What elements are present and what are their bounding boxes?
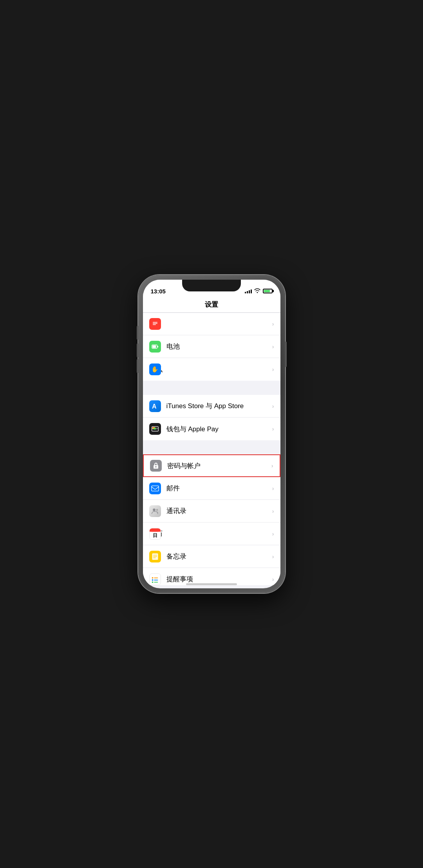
privacy-label: 隐私 — [149, 365, 272, 374]
notes-chevron: › — [272, 553, 274, 560]
list-item-itunes[interactable]: A iTunes Store 与 App Store › — [143, 395, 280, 418]
svg-point-20 — [153, 508, 155, 511]
itunes-label: iTunes Store 与 App Store — [166, 401, 272, 410]
contacts-icon — [149, 505, 161, 517]
privacy-icon-actual: ✋ — [149, 363, 161, 375]
svg-rect-19 — [151, 486, 158, 491]
settings-section-2: A iTunes Store 与 App Store › — [143, 395, 280, 440]
settings-section-1: 电池 › ✋ — [143, 335, 280, 381]
mail-icon — [149, 483, 161, 494]
list-item-privacy[interactable]: ✋ 隐私 › — [143, 358, 280, 381]
svg-text:✋: ✋ — [151, 366, 159, 373]
list-item-passwords[interactable]: 密码与帐户 › — [143, 454, 280, 477]
passwords-chevron: › — [271, 463, 273, 469]
battery-icon — [149, 341, 161, 353]
svg-point-21 — [156, 509, 158, 511]
battery-chevron: › — [272, 344, 274, 350]
svg-rect-1 — [153, 322, 157, 323]
svg-rect-28 — [153, 556, 157, 557]
calendar-icon-real: 日 — [149, 528, 161, 540]
partial-chevron: › — [272, 321, 274, 327]
svg-rect-27 — [153, 555, 157, 555]
section-divider-2 — [143, 440, 280, 454]
svg-text:日: 日 — [153, 533, 157, 538]
list-item-battery[interactable]: 电池 › — [143, 335, 280, 358]
svg-rect-2 — [153, 323, 157, 324]
passwords-label: 密码与帐户 — [167, 461, 271, 470]
svg-rect-15 — [153, 428, 156, 430]
svg-rect-6 — [157, 346, 158, 347]
passwords-icon — [150, 460, 162, 472]
wifi-icon — [254, 288, 260, 294]
svg-rect-18 — [155, 467, 156, 468]
wallet-chevron: › — [272, 426, 274, 432]
phone-screen: 13:05 — [143, 280, 280, 588]
svg-rect-29 — [153, 557, 156, 558]
status-time: 13:05 — [151, 288, 166, 295]
signal-icon — [245, 289, 252, 293]
settings-list[interactable]: › 电池 › — [143, 313, 280, 585]
mail-label: 邮件 — [166, 484, 272, 493]
reminders-chevron: › — [272, 576, 274, 582]
list-item-mail[interactable]: 邮件 › — [143, 477, 280, 500]
reminders-icon — [149, 573, 161, 585]
svg-rect-5 — [152, 345, 156, 347]
notes-icon — [149, 551, 161, 562]
section-divider-1 — [143, 381, 280, 395]
wallet-label: 钱包与 Apple Pay — [166, 425, 272, 434]
svg-rect-35 — [154, 582, 158, 582]
notch — [182, 280, 241, 291]
notes-label: 备忘录 — [166, 552, 272, 561]
battery-label: 电池 — [166, 342, 272, 351]
settings-section-3: 密码与帐户 › 邮件 › — [143, 454, 280, 585]
wallet-icon — [149, 423, 161, 435]
svg-rect-24 — [150, 530, 161, 532]
calendar-chevron: › — [272, 531, 274, 537]
status-icons — [245, 288, 273, 294]
list-item-reminders[interactable]: 提醒事项 › — [143, 568, 280, 585]
svg-point-34 — [152, 581, 153, 583]
page-title: 设置 — [205, 301, 218, 308]
svg-rect-33 — [154, 579, 158, 580]
contacts-label: 通讯录 — [166, 506, 272, 515]
list-item-notes[interactable]: 备忘录 › — [143, 545, 280, 568]
privacy-chevron: › — [272, 366, 274, 373]
svg-rect-0 — [152, 320, 159, 327]
svg-rect-31 — [154, 577, 158, 578]
list-item-calendar[interactable]: 日 日历 › — [143, 523, 280, 545]
battery-status-icon — [263, 289, 273, 293]
calendar-label: 日历 — [149, 529, 272, 538]
itunes-chevron: › — [272, 403, 274, 409]
list-item-partial[interactable]: › — [143, 313, 280, 335]
contacts-chevron: › — [272, 508, 274, 514]
mail-chevron: › — [272, 485, 274, 492]
phone-frame: 13:05 — [138, 275, 285, 593]
reminders-label: 提醒事项 — [166, 575, 272, 584]
svg-point-32 — [152, 579, 153, 581]
list-item-wallet[interactable]: 钱包与 Apple Pay › — [143, 418, 280, 440]
svg-text:A: A — [152, 403, 157, 410]
navigation-bar: 设置 — [143, 297, 280, 313]
appstore-icon: A — [149, 400, 161, 412]
home-indicator — [186, 583, 237, 585]
svg-point-30 — [152, 577, 153, 579]
partial-icon — [149, 318, 161, 330]
list-item-contacts[interactable]: 通讯录 › — [143, 500, 280, 523]
svg-rect-3 — [153, 324, 156, 325]
